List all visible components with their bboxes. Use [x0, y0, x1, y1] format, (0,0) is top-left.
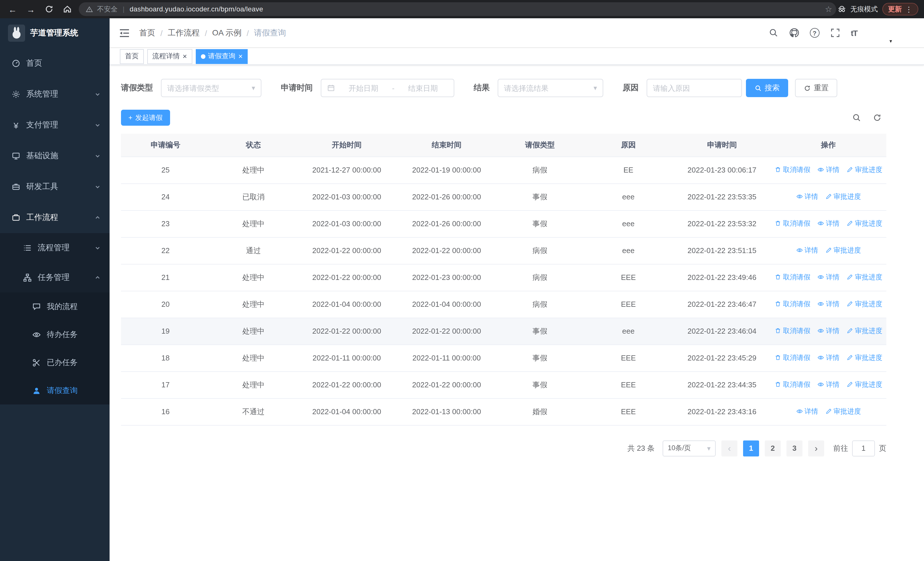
table-row: 16不通过2022-01-04 00:00:002022-01-13 00:00…	[121, 398, 886, 425]
leave-type-select[interactable]: ▾	[161, 79, 261, 97]
cell-actions: 取消请假详情审批进度	[771, 291, 886, 317]
tags-view: 首页 流程详情 × 请假查询 ×	[110, 48, 924, 65]
sidebar-item-home[interactable]: 首页	[0, 48, 110, 79]
reason-field[interactable]	[646, 79, 742, 97]
detail-action-link[interactable]: 详情	[817, 299, 840, 309]
progress-action-link[interactable]: 审批进度	[846, 272, 882, 282]
tab-home[interactable]: 首页	[120, 49, 144, 64]
reset-button[interactable]: 重置	[795, 79, 837, 97]
progress-action-link[interactable]: 审批进度	[825, 192, 861, 202]
cancel-action-link[interactable]: 取消请假	[774, 299, 810, 309]
detail-action-link[interactable]: 详情	[817, 165, 840, 175]
forward-icon[interactable]: →	[24, 2, 38, 16]
table-row: 24已取消2022-01-03 00:00:002022-01-26 00:00…	[121, 183, 886, 210]
search-icon[interactable]	[769, 28, 778, 38]
address-bar[interactable]: 不安全 | dashboard.yudao.iocoder.cn/bpm/oa/…	[79, 2, 836, 16]
date-range-picker[interactable]: -	[321, 79, 454, 97]
browser-update-button[interactable]: 更新 ⋮	[882, 3, 918, 15]
detail-action-link[interactable]: 详情	[796, 246, 818, 256]
cell-start: 2022-01-11 00:00:00	[297, 344, 397, 371]
page-size-select[interactable]: 10条/页 ▾	[663, 440, 716, 456]
reason-input[interactable]	[653, 84, 736, 92]
home-icon[interactable]	[60, 2, 74, 16]
collapse-sidebar-icon[interactable]	[119, 27, 130, 39]
detail-action-link[interactable]: 详情	[817, 380, 840, 390]
detail-action-link[interactable]: 详情	[796, 192, 818, 202]
fullscreen-icon[interactable]	[830, 28, 840, 38]
detail-icon	[817, 328, 824, 334]
next-page-button[interactable]: ›	[808, 440, 824, 456]
progress-action-link[interactable]: 审批进度	[825, 246, 861, 256]
cancel-action-link[interactable]: 取消请假	[774, 326, 810, 336]
sidebar-item-devtools[interactable]: 研发工具	[0, 171, 110, 202]
sidebar-item-task-management[interactable]: 任务管理	[0, 263, 110, 292]
cancel-action-link[interactable]: 取消请假	[774, 219, 810, 229]
bookmark-star-icon[interactable]: ☆	[825, 5, 832, 14]
start-date-input[interactable]	[339, 84, 388, 92]
help-icon[interactable]: ?	[810, 28, 819, 38]
progress-action-link[interactable]: 审批进度	[825, 407, 861, 417]
tab-leave-query[interactable]: 请假查询 ×	[195, 49, 248, 64]
sidebar-item-leave-query[interactable]: 请假查询	[0, 376, 110, 405]
cell-type: 事假	[496, 344, 583, 371]
close-tab-icon[interactable]: ×	[238, 53, 243, 60]
cancel-icon	[774, 220, 782, 227]
sidebar-item-infrastructure[interactable]: 基础设施	[0, 141, 110, 171]
list-icon	[23, 244, 32, 253]
goto-page-input[interactable]	[852, 440, 875, 456]
progress-action-link[interactable]: 审批进度	[846, 353, 882, 363]
progress-action-link[interactable]: 审批进度	[846, 165, 882, 175]
toggle-search-icon[interactable]	[852, 113, 861, 122]
page-button-1[interactable]: 1	[743, 440, 759, 456]
refresh-icon[interactable]	[873, 113, 882, 122]
tab-process-detail[interactable]: 流程详情 ×	[147, 49, 192, 64]
browser-chrome: ← → 不安全 | dashboard.yudao.iocoder.cn/bpm…	[0, 0, 924, 18]
detail-action-link[interactable]: 详情	[796, 407, 818, 417]
reload-icon[interactable]	[42, 2, 56, 16]
detail-action-link[interactable]: 详情	[817, 326, 840, 336]
github-icon[interactable]	[789, 28, 799, 38]
detail-action-link[interactable]: 详情	[817, 219, 840, 229]
cancel-action-link[interactable]: 取消请假	[774, 272, 810, 282]
sidebar-item-payment[interactable]: ¥ 支付管理	[0, 110, 110, 141]
back-icon[interactable]: ←	[6, 2, 20, 16]
progress-action-link[interactable]: 审批进度	[846, 219, 882, 229]
cancel-action-link[interactable]: 取消请假	[774, 165, 810, 175]
sidebar-item-my-process[interactable]: 我的流程	[0, 292, 110, 320]
cell-actions: 取消请假详情审批进度	[771, 210, 886, 237]
cancel-action-link[interactable]: 取消请假	[774, 353, 810, 363]
page-button-2[interactable]: 2	[765, 440, 781, 456]
prev-page-button[interactable]: ‹	[722, 440, 737, 456]
browser-menu-icon[interactable]: ⋮	[905, 5, 913, 14]
progress-icon	[846, 274, 853, 281]
detail-action-link[interactable]: 详情	[817, 272, 840, 282]
detail-action-link[interactable]: 详情	[817, 353, 840, 363]
progress-action-link[interactable]: 审批进度	[846, 380, 882, 390]
close-tab-icon[interactable]: ×	[183, 53, 187, 60]
sidebar-item-system[interactable]: 系统管理	[0, 79, 110, 110]
progress-action-link[interactable]: 审批进度	[846, 299, 882, 309]
cancel-icon	[774, 274, 782, 281]
column-header-id: 申请编号	[121, 134, 210, 156]
column-header-actions: 操作	[771, 134, 886, 156]
breadcrumb-home[interactable]: 首页	[139, 28, 155, 38]
result-select[interactable]: ▾	[498, 79, 603, 97]
chevron-down-icon: ▾	[707, 444, 711, 452]
sidebar-item-workflow[interactable]: 工作流程	[0, 202, 110, 233]
cell-status: 处理中	[210, 264, 297, 291]
cancel-action-link[interactable]: 取消请假	[774, 380, 810, 390]
create-leave-button[interactable]: + 发起请假	[121, 110, 170, 126]
column-header-status: 状态	[210, 134, 297, 156]
sidebar-item-process-management[interactable]: 流程管理	[0, 233, 110, 263]
progress-action-link[interactable]: 审批进度	[846, 326, 882, 336]
leave-type-input[interactable]	[167, 84, 248, 92]
sidebar-item-todo-tasks[interactable]: 待办任务	[0, 320, 110, 349]
page-button-3[interactable]: 3	[786, 440, 802, 456]
font-size-icon[interactable]: tT	[851, 28, 857, 38]
search-button[interactable]: 搜索	[746, 79, 788, 97]
user-menu[interactable]: ▾	[868, 23, 890, 42]
cell-reason: eee	[583, 237, 674, 264]
result-input[interactable]	[504, 84, 590, 92]
sidebar-item-done-tasks[interactable]: 已办任务	[0, 349, 110, 376]
end-date-input[interactable]	[398, 84, 448, 92]
